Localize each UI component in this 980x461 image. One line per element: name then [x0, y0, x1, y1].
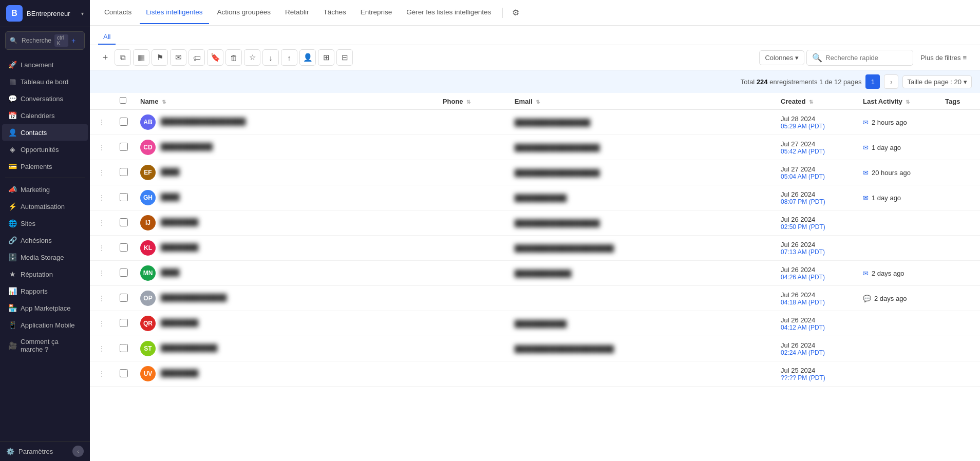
sidebar-item-contacts[interactable]: 👤 Contacts: [2, 124, 88, 141]
add-contact-button[interactable]: +: [98, 50, 112, 65]
row-menu-icon[interactable]: ⋮: [96, 118, 107, 126]
email-button[interactable]: ✉: [170, 49, 186, 66]
row-checkbox[interactable]: [120, 143, 128, 151]
select-all-checkbox[interactable]: [120, 97, 126, 104]
filter-tab-all[interactable]: All: [98, 30, 116, 45]
row-menu-icon[interactable]: ⋮: [96, 168, 107, 177]
created-time-link[interactable]: 05:29 AM (PDT): [781, 123, 851, 130]
quick-search-box[interactable]: 🔍: [806, 50, 913, 66]
contact-name[interactable]: ████: [161, 168, 180, 176]
row-menu-icon[interactable]: ⋮: [96, 143, 107, 151]
row-menu-icon[interactable]: ⋮: [96, 370, 107, 378]
row-menu-icon[interactable]: ⋮: [96, 269, 107, 277]
contact-name[interactable]: ████████: [161, 218, 199, 226]
flag-button[interactable]: ⚑: [152, 49, 168, 66]
filter-button[interactable]: ⧉: [115, 49, 131, 66]
tab-retablir[interactable]: Rétablir: [279, 1, 315, 24]
quick-search-input[interactable]: [825, 54, 908, 62]
sidebar-item-application-mobile[interactable]: 📱 Application Mobile: [2, 317, 88, 333]
row-checkbox[interactable]: [120, 243, 128, 252]
row-checkbox[interactable]: [120, 369, 128, 377]
contact-name[interactable]: ████: [161, 193, 180, 201]
contact-name[interactable]: ██████████████: [161, 294, 227, 301]
sidebar-item-marketing[interactable]: 📣 Marketing: [2, 181, 88, 198]
sidebar-item-rapports[interactable]: 📊 Rapports: [2, 283, 88, 299]
created-time-link[interactable]: 04:26 AM (PDT): [781, 274, 851, 281]
contact-name[interactable]: ████████: [161, 243, 199, 251]
sidebar-parametres[interactable]: ⚙️ Paramètres ‹: [0, 441, 90, 461]
tab-contacts[interactable]: Contacts: [98, 1, 138, 24]
row-menu-icon[interactable]: ⋮: [96, 244, 107, 252]
tab-entreprise[interactable]: Entreprise: [354, 1, 399, 24]
upload-button[interactable]: ↑: [281, 49, 297, 66]
sidebar-item-comment-ca-marche[interactable]: 🎥 Comment ça marche ?: [2, 334, 88, 357]
sidebar-item-media-storage[interactable]: 🗄️ Media Storage: [2, 249, 88, 265]
row-menu-icon[interactable]: ⋮: [96, 319, 107, 328]
sidebar-item-opportunites[interactable]: ◈ Opportunités: [2, 141, 88, 158]
tab-gerer-listes[interactable]: Gérer les listes intelligentes: [400, 1, 497, 24]
contact-name[interactable]: ████████: [161, 319, 199, 326]
columns-view-button[interactable]: ⊞: [318, 49, 334, 66]
add-icon[interactable]: +: [71, 36, 80, 45]
created-time-link[interactable]: 05:42 AM (PDT): [781, 148, 851, 155]
sidebar-item-conversations[interactable]: 💬 Conversations: [2, 90, 88, 107]
sidebar-item-reputation[interactable]: ★ Réputation: [2, 266, 88, 282]
more-filters-button[interactable]: Plus de filtres ≡: [915, 51, 972, 65]
sidebar-collapse-btn[interactable]: ‹: [72, 446, 84, 457]
sidebar-search[interactable]: 🔍 Recherche ctrl K +: [5, 31, 85, 50]
created-time-link[interactable]: 02:50 PM (PDT): [781, 223, 851, 230]
col-name-header[interactable]: Name ⇅: [134, 93, 437, 110]
contact-name[interactable]: ███████████: [161, 143, 213, 150]
contact-name[interactable]: ████████: [161, 369, 199, 377]
row-checkbox[interactable]: [120, 168, 128, 176]
star-button[interactable]: ☆: [244, 49, 260, 66]
row-checkbox[interactable]: [120, 118, 128, 126]
tag-add-button[interactable]: 🏷: [189, 49, 205, 66]
page-size-button[interactable]: Taille de page : 20 ▾: [902, 75, 972, 88]
sidebar-item-automatisation[interactable]: ⚡ Automatisation: [2, 198, 88, 215]
tag-remove-button[interactable]: 🔖: [207, 49, 223, 66]
created-time-link[interactable]: 04:18 AM (PDT): [781, 299, 851, 306]
page-btn-1[interactable]: 1: [865, 74, 880, 89]
col-created-header[interactable]: Created ⇅: [775, 93, 857, 110]
created-time-link[interactable]: 08:07 PM (PDT): [781, 198, 851, 205]
sidebar-item-paiements[interactable]: 💳 Paiements: [2, 158, 88, 175]
created-time-link[interactable]: ??:?? PM (PDT): [781, 374, 851, 381]
col-email-header[interactable]: Email ⇅: [508, 93, 775, 110]
created-time-link[interactable]: 02:24 AM (PDT): [781, 349, 851, 356]
sidebar-item-adhesions[interactable]: 🔗 Adhésions: [2, 232, 88, 248]
bulk-action-button[interactable]: ▦: [133, 49, 149, 66]
columns-button[interactable]: Colonnes ▾: [759, 50, 804, 65]
contact-name[interactable]: ████████████: [161, 344, 218, 352]
sidebar-item-calendriers[interactable]: 📅 Calendriers: [2, 107, 88, 124]
row-menu-icon[interactable]: ⋮: [96, 294, 107, 302]
row-menu-icon[interactable]: ⋮: [96, 194, 107, 202]
row-menu-icon[interactable]: ⋮: [96, 344, 107, 353]
row-checkbox[interactable]: [120, 344, 128, 352]
contact-name[interactable]: ████: [161, 268, 180, 276]
row-checkbox[interactable]: [120, 268, 128, 277]
created-time-link[interactable]: 04:12 AM (PDT): [781, 324, 851, 331]
tab-actions-groupees[interactable]: Actions groupées: [211, 1, 277, 24]
download-button[interactable]: ↓: [262, 49, 279, 66]
col-phone-header[interactable]: Phone ⇅: [437, 93, 508, 110]
row-menu-icon[interactable]: ⋮: [96, 219, 107, 227]
tab-taches[interactable]: Tâches: [317, 1, 352, 24]
sidebar-item-tableau-de-bord[interactable]: ▦ Tableau de bord: [2, 73, 88, 90]
settings-gear-icon[interactable]: ⚙: [508, 4, 523, 22]
tab-listes-intelligentes[interactable]: Listes intelligentes: [140, 1, 209, 24]
sidebar-logo[interactable]: B BEntrepreneur ▾: [0, 0, 90, 27]
contact-name[interactable]: ██████████████████: [161, 118, 246, 125]
sidebar-item-sites[interactable]: 🌐 Sites: [2, 215, 88, 232]
row-checkbox[interactable]: [120, 193, 128, 201]
assign-button[interactable]: 👤: [299, 49, 316, 66]
created-time-link[interactable]: 05:04 AM (PDT): [781, 173, 851, 180]
sidebar-item-app-marketplace[interactable]: 🏪 App Marketplace: [2, 300, 88, 316]
sidebar-item-lancement[interactable]: 🚀 Lancement: [2, 56, 88, 73]
table-view-button[interactable]: ⊟: [336, 49, 353, 66]
col-activity-header[interactable]: Last Activity ⇅: [857, 93, 939, 110]
created-time-link[interactable]: 07:13 AM (PDT): [781, 248, 851, 256]
delete-button[interactable]: 🗑: [225, 49, 242, 66]
row-checkbox[interactable]: [120, 294, 128, 302]
row-checkbox[interactable]: [120, 218, 128, 226]
